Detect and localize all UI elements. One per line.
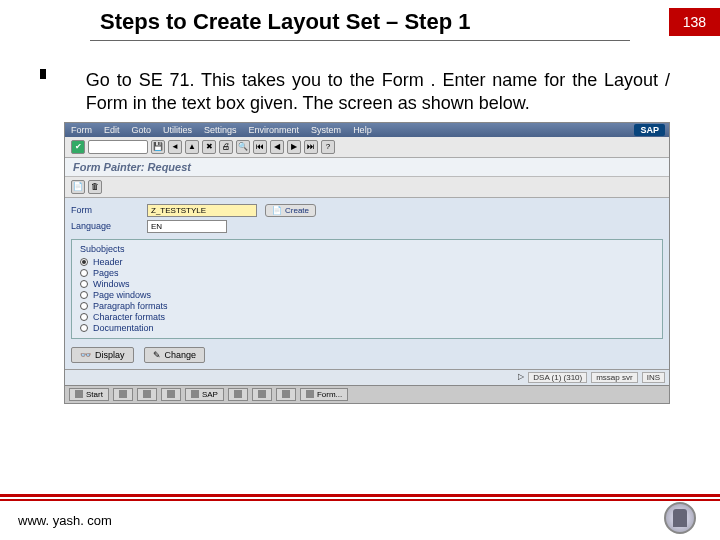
menu-edit[interactable]: Edit — [104, 125, 120, 135]
page-number-badge: 138 — [669, 8, 720, 36]
body-text-content: Go to SE 71. This takes you to the Form … — [58, 69, 670, 116]
glasses-icon: 👓 — [80, 350, 91, 360]
menu-goto[interactable]: Goto — [132, 125, 152, 135]
footer-url: www. yash. com — [18, 513, 112, 528]
command-field[interactable] — [88, 140, 148, 154]
status-server: mssap svr — [591, 372, 637, 383]
status-system: DSA (1) (310) — [528, 372, 587, 383]
task-item[interactable] — [161, 388, 181, 401]
radio-windows[interactable] — [80, 280, 88, 288]
sap-body: Form Z_TESTSTYLE 📄Create Language EN Sub… — [65, 198, 669, 369]
task-item[interactable] — [137, 388, 157, 401]
subobjects-group: Subobjects Header Pages Windows Page win… — [71, 239, 663, 339]
radio-header-label: Header — [93, 257, 123, 267]
radio-paragraph-formats-label: Paragraph formats — [93, 301, 168, 311]
help-icon[interactable]: ? — [321, 140, 335, 154]
sap-task-icon — [191, 390, 199, 398]
radio-documentation[interactable] — [80, 324, 88, 332]
radio-page-windows[interactable] — [80, 291, 88, 299]
radio-page-windows-label: Page windows — [93, 290, 151, 300]
save-icon[interactable]: 💾 — [151, 140, 165, 154]
enter-icon[interactable]: ✔ — [71, 140, 85, 154]
sap-screenshot-frame: Form Edit Goto Utilities Settings Enviro… — [64, 122, 670, 404]
bullet-icon — [40, 69, 46, 79]
display-button[interactable]: 👓Display — [71, 347, 134, 363]
radio-character-formats[interactable] — [80, 313, 88, 321]
tool-icon-1[interactable]: 📄 — [71, 180, 85, 194]
cancel-icon[interactable]: ✖ — [202, 140, 216, 154]
app-icon — [143, 390, 151, 398]
start-button[interactable]: Start — [69, 388, 109, 401]
windows-icon — [75, 390, 83, 398]
sap-toolbar: ✔ 💾 ◄ ▲ ✖ 🖨 🔍 ⏮ ◀ ▶ ⏭ ? — [65, 137, 669, 158]
menu-settings[interactable]: Settings — [204, 125, 237, 135]
windows-taskbar: Start SAP Form... — [65, 385, 669, 403]
sap-app-toolbar: 📄 🗑 — [65, 177, 669, 198]
menu-help[interactable]: Help — [353, 125, 372, 135]
exit-icon[interactable]: ▲ — [185, 140, 199, 154]
menu-system[interactable]: System — [311, 125, 341, 135]
language-input[interactable]: EN — [147, 220, 227, 233]
create-button[interactable]: 📄Create — [265, 204, 316, 217]
subobjects-title: Subobjects — [80, 244, 654, 254]
sap-statusbar: ▷ DSA (1) (310) mssap svr INS — [65, 369, 669, 385]
task-item[interactable] — [228, 388, 248, 401]
status-arrow-icon: ▷ — [518, 372, 524, 383]
radio-pages[interactable] — [80, 269, 88, 277]
sap-menubar: Form Edit Goto Utilities Settings Enviro… — [65, 123, 669, 137]
radio-pages-label: Pages — [93, 268, 119, 278]
status-mode: INS — [642, 372, 665, 383]
app-icon — [234, 390, 242, 398]
radio-character-formats-label: Character formats — [93, 312, 165, 322]
task-form[interactable]: Form... — [300, 388, 348, 401]
app-icon — [167, 390, 175, 398]
last-page-icon[interactable]: ⏭ — [304, 140, 318, 154]
radio-paragraph-formats[interactable] — [80, 302, 88, 310]
footer-divider — [0, 497, 720, 500]
pencil-icon: ✎ — [153, 350, 161, 360]
menu-form[interactable]: Form — [71, 125, 92, 135]
print-icon[interactable]: 🖨 — [219, 140, 233, 154]
body-paragraph: Go to SE 71. This takes you to the Form … — [0, 41, 720, 122]
language-label: Language — [71, 221, 139, 231]
tool-icon-2[interactable]: 🗑 — [88, 180, 102, 194]
first-page-icon[interactable]: ⏮ — [253, 140, 267, 154]
radio-windows-label: Windows — [93, 279, 130, 289]
task-item[interactable] — [252, 388, 272, 401]
radio-header[interactable] — [80, 258, 88, 266]
task-sap[interactable]: SAP — [185, 388, 224, 401]
slide-title: Steps to Create Layout Set – Step 1 — [0, 9, 470, 35]
radio-documentation-label: Documentation — [93, 323, 154, 333]
create-icon: 📄 — [272, 206, 282, 215]
app-icon — [258, 390, 266, 398]
form-label: Form — [71, 205, 139, 215]
sap-logo: SAP — [634, 124, 665, 136]
change-button[interactable]: ✎Change — [144, 347, 206, 363]
prev-page-icon[interactable]: ◀ — [270, 140, 284, 154]
task-item[interactable] — [276, 388, 296, 401]
menu-environment[interactable]: Environment — [249, 125, 300, 135]
back-icon[interactable]: ◄ — [168, 140, 182, 154]
form-name-input[interactable]: Z_TESTSTYLE — [147, 204, 257, 217]
app-icon — [119, 390, 127, 398]
sap-screen-title: Form Painter: Request — [65, 158, 669, 177]
app-icon — [282, 390, 290, 398]
form-task-icon — [306, 390, 314, 398]
find-icon[interactable]: 🔍 — [236, 140, 250, 154]
task-item[interactable] — [113, 388, 133, 401]
footer-logo-icon — [664, 502, 696, 534]
next-page-icon[interactable]: ▶ — [287, 140, 301, 154]
menu-utilities[interactable]: Utilities — [163, 125, 192, 135]
